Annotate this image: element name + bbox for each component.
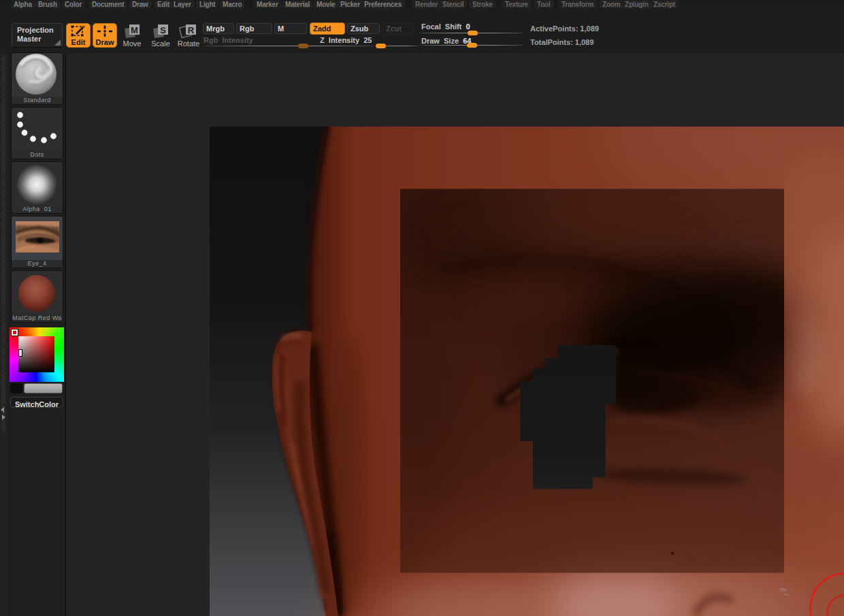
svg-text:R: R [188,25,195,35]
svg-text:M: M [131,25,138,35]
svg-text:S: S [160,25,166,35]
